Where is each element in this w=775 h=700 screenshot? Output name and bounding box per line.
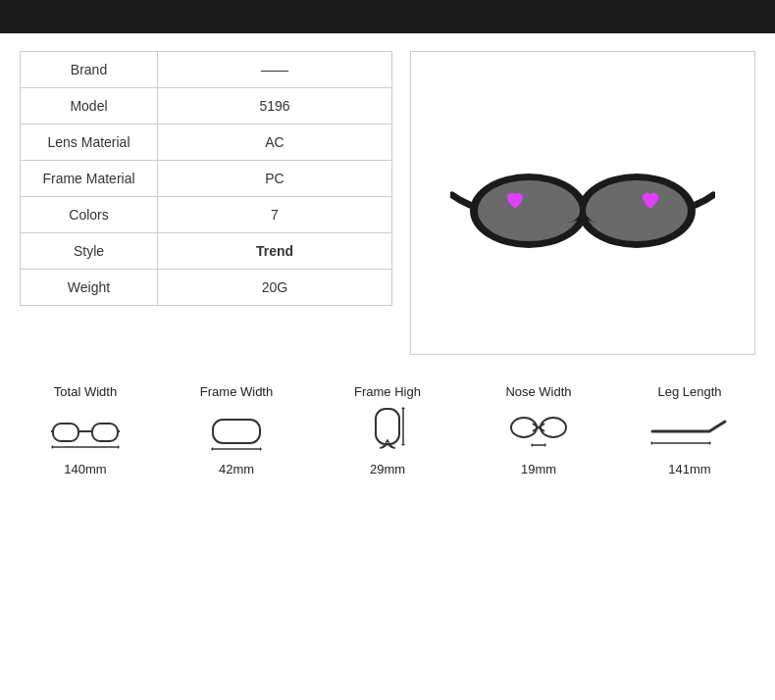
table-value-cell: Trend xyxy=(158,233,392,270)
frame-width-icon xyxy=(197,407,276,456)
table-value-cell: AC xyxy=(158,125,392,161)
table-row: Lens MaterialAC xyxy=(21,125,392,161)
table-value-cell: 5196 xyxy=(158,88,392,125)
frame-high-icon xyxy=(348,407,427,456)
svg-marker-20 xyxy=(401,444,405,446)
dimension-value: 140mm xyxy=(64,462,106,476)
info-table-wrap: Brand——Model5196Lens MaterialACFrame Mat… xyxy=(20,51,392,355)
table-label-cell: Model xyxy=(21,88,158,125)
table-label-cell: Brand xyxy=(21,52,158,88)
table-label-cell: Lens Material xyxy=(21,125,158,161)
dimension-item-nose-width: Nose Width 19mm xyxy=(475,384,602,476)
table-value-cell: 20G xyxy=(158,270,392,306)
svg-marker-30 xyxy=(709,441,711,445)
svg-rect-13 xyxy=(213,420,260,443)
dimension-item-frame-high: Frame High 29mm xyxy=(324,384,451,476)
table-value-cell: PC xyxy=(158,161,392,197)
svg-marker-16 xyxy=(260,447,262,451)
main-content: Brand——Model5196Lens MaterialACFrame Mat… xyxy=(0,33,775,365)
sunglasses-illustration xyxy=(445,115,720,291)
dimension-label: Nose Width xyxy=(505,384,571,399)
svg-marker-12 xyxy=(118,445,120,449)
dimension-value: 19mm xyxy=(521,462,556,476)
svg-rect-6 xyxy=(92,424,118,441)
svg-marker-11 xyxy=(51,445,53,449)
table-row: Colors7 xyxy=(21,197,392,233)
svg-marker-19 xyxy=(401,407,405,409)
table-label-cell: Colors xyxy=(21,197,158,233)
dimension-label: Total Width xyxy=(54,384,117,399)
table-label-cell: Style xyxy=(21,233,158,270)
dimension-item-total-width: Total Width 140mm xyxy=(22,384,149,476)
svg-point-21 xyxy=(511,418,537,437)
nose-width-icon xyxy=(499,407,578,456)
dimension-label: Frame High xyxy=(354,384,421,399)
table-value-cell: —— xyxy=(158,52,392,88)
info-table: Brand——Model5196Lens MaterialACFrame Mat… xyxy=(20,51,392,306)
table-row: StyleTrend xyxy=(21,233,392,270)
svg-marker-26 xyxy=(531,443,533,447)
leg-length-icon xyxy=(650,407,729,456)
svg-rect-5 xyxy=(53,424,78,441)
dimension-value: 29mm xyxy=(370,462,405,476)
svg-marker-27 xyxy=(544,443,546,447)
dimension-label: Leg Length xyxy=(657,384,721,399)
table-label-cell: Weight xyxy=(21,270,158,306)
table-row: Frame MaterialPC xyxy=(21,161,392,197)
dimension-label: Frame Width xyxy=(200,384,273,399)
page-header xyxy=(0,0,775,33)
dimension-item-frame-width: Frame Width 42mm xyxy=(173,384,300,476)
dimension-item-leg-length: Leg Length 141mm xyxy=(626,384,753,476)
svg-point-22 xyxy=(541,418,566,437)
table-row: Weight20G xyxy=(21,270,392,306)
table-label-cell: Frame Material xyxy=(21,161,158,197)
total-width-icon xyxy=(46,407,125,456)
table-value-cell: 7 xyxy=(158,197,392,233)
product-image-area xyxy=(410,51,755,355)
svg-point-4 xyxy=(586,180,688,241)
dimension-value: 141mm xyxy=(668,462,710,476)
table-row: Model5196 xyxy=(21,88,392,125)
svg-marker-15 xyxy=(211,447,213,451)
svg-marker-29 xyxy=(650,441,652,445)
dimensions-section: Total Width 140mmFrame Width 42mmFrame H… xyxy=(0,375,775,486)
svg-point-3 xyxy=(478,180,580,241)
table-row: Brand—— xyxy=(21,52,392,88)
dimension-value: 42mm xyxy=(219,462,254,476)
